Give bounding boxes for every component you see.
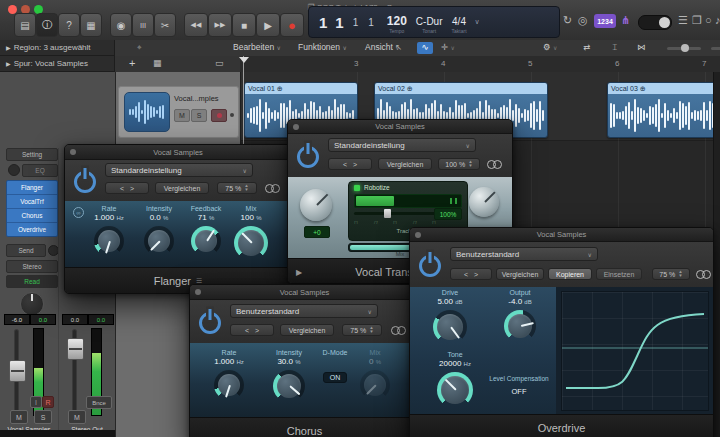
preset-dropdown[interactable]: Benutzerstandard∨ (230, 304, 378, 318)
gain-knob-icon[interactable] (8, 164, 20, 176)
link-icon[interactable] (696, 270, 711, 279)
add-track-button[interactable]: + (129, 57, 135, 69)
toolbar-toggle-button[interactable]: ▦ (80, 13, 102, 37)
volume-fader[interactable] (9, 360, 26, 382)
param-intensity[interactable]: Intensity 30.0 % (264, 349, 314, 402)
cycle-icon[interactable]: ↻ (563, 14, 572, 27)
disclosure-icon[interactable]: ▶ (296, 268, 302, 277)
zoom-horizontal-icon[interactable]: ⋈ (637, 42, 646, 52)
plugin-titlebar[interactable]: Vocal Samples (65, 145, 291, 160)
mute-button[interactable]: M (68, 410, 86, 424)
record-button[interactable]: ● (280, 13, 304, 37)
lcd-caret-icon[interactable]: ∨ (475, 18, 480, 26)
param-mix[interactable]: Mix 100 % (226, 205, 276, 260)
play-button[interactable]: ▶ (256, 13, 280, 37)
power-icon[interactable] (199, 312, 221, 334)
power-icon[interactable] (297, 146, 319, 168)
paste-button[interactable]: Einsetzen (596, 268, 642, 280)
mix-amount-field[interactable]: 75 %▲▼ (342, 324, 382, 336)
editors-button[interactable]: ✂ (154, 13, 176, 37)
robotize-label[interactable]: Robotize (364, 184, 390, 191)
solo-button[interactable]: S (34, 410, 52, 424)
robotize-led[interactable] (354, 185, 360, 191)
compare-button[interactable]: Vergleichen (496, 268, 544, 280)
chain-link-icon[interactable]: ∞ (73, 207, 84, 218)
track-solo-button[interactable]: S (191, 109, 207, 122)
waveform-zoom-slider[interactable] (667, 47, 701, 50)
plugin-window-chorus[interactable]: Vocal Samples Benutzerstandard∨ < > Verg… (189, 284, 420, 437)
close-icon[interactable] (293, 124, 299, 130)
plugin-titlebar[interactable]: Vocal Samples (288, 120, 512, 134)
param-tone[interactable]: Tone 20000 Hz (430, 351, 480, 408)
plugin-titlebar[interactable]: Vocal Samples (410, 228, 713, 242)
track-header-vocal-samples[interactable]: Vocal...mples M S (118, 86, 239, 138)
forward-button[interactable]: ▶▶ (208, 13, 232, 37)
duplicate-track-button[interactable]: ▦ (153, 58, 162, 68)
param-feedback[interactable]: Feedback 71 % (181, 205, 231, 256)
lcd-display[interactable]: 1 1 1 1 120Tempo C-DurTonart 4/4Taktart … (308, 6, 560, 38)
preset-dropdown[interactable]: Standardeinstellung∨ (105, 163, 253, 177)
param-rate[interactable]: Rate 1.000 Hz (204, 349, 254, 400)
flex-mode-button[interactable]: ∿ (417, 42, 433, 54)
tuner-icon[interactable]: ⋔ (621, 14, 630, 27)
media-icon[interactable]: ♪ (715, 14, 720, 26)
settings-gear-icon[interactable]: ⚙ ∨ (543, 42, 557, 52)
loop-browser-icon[interactable]: ○ (705, 14, 712, 26)
formant-knob[interactable] (469, 187, 499, 217)
menu-functions[interactable]: Funktionen ∨ (298, 42, 347, 52)
param-rate[interactable]: Rate 1.000 Hz (84, 205, 134, 256)
record-enable-button[interactable]: R (42, 396, 54, 408)
close-icon[interactable] (415, 232, 421, 238)
plugin-window-overdrive[interactable]: Vocal Samples Benutzerstandard∨ < > Verg… (409, 227, 714, 437)
track-name[interactable]: Vocal...mples (174, 94, 219, 103)
output-slot-button[interactable]: Stereo (6, 260, 58, 273)
volume-value[interactable]: -6.0 (4, 314, 30, 325)
zoom-vertical-icon[interactable]: ⌶ (612, 42, 617, 53)
pitch-knob[interactable] (300, 189, 332, 221)
preset-prev-next[interactable]: < > (105, 182, 149, 194)
link-icon[interactable] (265, 184, 280, 193)
autopunch-icon[interactable]: ◎ (578, 14, 588, 27)
mix-amount-field[interactable]: 75 %▲▼ (652, 268, 690, 280)
inspector-button[interactable]: ⓘ (36, 13, 58, 37)
param-mix[interactable]: Mix 0 % (350, 349, 400, 400)
link-icon[interactable] (487, 160, 502, 169)
preset-dropdown[interactable]: Standardeinstellung∨ (328, 138, 476, 152)
rewind-button[interactable]: ◀◀ (184, 13, 208, 37)
input-monitor-button[interactable]: I (30, 396, 42, 408)
mixer-button[interactable]: ǀǀǀ (132, 13, 154, 37)
mix-amount-field[interactable]: 75 %▲▼ (217, 182, 257, 194)
count-in-button[interactable]: 1234 (594, 14, 616, 28)
region-inspector-header[interactable]: ▶ Region: 3 ausgewählt (0, 40, 115, 56)
vertical-scrollbar[interactable] (713, 72, 720, 437)
param-output[interactable]: Output -4.0 dB (495, 289, 545, 342)
plugin-window-flanger[interactable]: Vocal Samples Standardeinstellung∨ < > V… (64, 144, 292, 294)
param-level-compensation[interactable]: Level Compensation OFF (488, 375, 550, 396)
link-icon[interactable] (391, 326, 406, 335)
d-mode-on-button[interactable]: ON (323, 372, 348, 383)
automation-mode-button[interactable]: Read (6, 275, 58, 288)
secondary-tool-button[interactable]: ✛ ∨ (441, 42, 455, 52)
pan-knob[interactable] (20, 292, 44, 316)
stop-button[interactable]: ■ (232, 13, 256, 37)
pitch-value[interactable]: +0 (304, 226, 330, 238)
list-editors-icon[interactable]: ☰ (678, 14, 688, 27)
preset-prev-next[interactable]: < > (230, 324, 274, 336)
track-record-enable-button[interactable] (211, 109, 227, 122)
compare-button[interactable]: Vergleichen (378, 158, 432, 170)
quick-help-button[interactable]: ? (58, 13, 80, 37)
mix-amount-field[interactable]: 100 %▲▼ (438, 158, 480, 170)
menu-edit[interactable]: Bearbeiten ∨ (233, 42, 281, 52)
track-alternatives-icon[interactable]: ▭ (215, 58, 224, 68)
catch-playhead-icon[interactable]: ⌖ (137, 42, 142, 53)
close-icon[interactable] (195, 289, 201, 295)
preset-prev-next[interactable]: < > (450, 268, 492, 280)
power-icon[interactable] (419, 255, 441, 277)
param-drive[interactable]: Drive 5.00 dB (425, 289, 475, 344)
preset-prev-next[interactable]: < > (328, 158, 372, 170)
smart-controls-button[interactable]: ◉ (110, 13, 132, 37)
bar-ruler[interactable]: 3 4 5 6 7 (240, 56, 720, 73)
bounce-button[interactable]: Bnce (86, 396, 112, 409)
power-icon[interactable] (74, 171, 96, 193)
volume-fader[interactable] (67, 338, 84, 360)
